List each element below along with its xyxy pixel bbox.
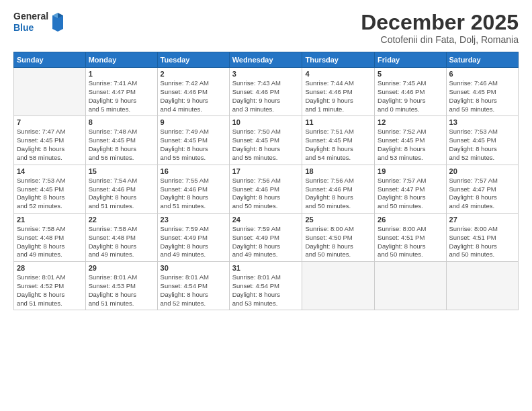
day-number: 23: [161, 216, 226, 224]
calendar-cell: 29Sunrise: 8:01 AMSunset: 4:53 PMDayligh…: [85, 262, 157, 310]
day-number: 30: [161, 264, 226, 272]
day-info: Sunrise: 7:58 AMSunset: 4:48 PMDaylight:…: [89, 225, 154, 259]
calendar-cell: [14, 68, 86, 116]
day-info: Sunrise: 7:41 AMSunset: 4:47 PMDaylight:…: [89, 79, 154, 113]
logo-general: General: [13, 11, 48, 22]
calendar-cell: [375, 262, 446, 310]
day-info: Sunrise: 7:44 AMSunset: 4:46 PMDaylight:…: [305, 79, 371, 113]
day-number: 5: [378, 70, 443, 78]
calendar-header-saturday: Saturday: [446, 52, 518, 68]
calendar-header-thursday: Thursday: [302, 52, 375, 68]
page: General Blue December 2025 Cotofenii din…: [0, 0, 532, 411]
calendar-week-row: 7Sunrise: 7:47 AMSunset: 4:45 PMDaylight…: [14, 116, 519, 165]
calendar-cell: 24Sunrise: 7:59 AMSunset: 4:49 PMDayligh…: [229, 213, 302, 261]
logo-text: General Blue: [13, 11, 48, 34]
logo: General Blue: [13, 11, 66, 34]
day-info: Sunrise: 7:53 AMSunset: 4:45 PMDaylight:…: [17, 177, 83, 211]
day-number: 8: [89, 118, 154, 126]
day-number: 21: [17, 216, 83, 224]
calendar-week-row: 21Sunrise: 7:58 AMSunset: 4:48 PMDayligh…: [14, 213, 519, 261]
day-info: Sunrise: 7:46 AMSunset: 4:45 PMDaylight:…: [449, 79, 515, 113]
day-number: 14: [17, 167, 83, 175]
day-number: 3: [232, 70, 300, 78]
calendar-cell: 9Sunrise: 7:49 AMSunset: 4:45 PMDaylight…: [157, 116, 229, 165]
calendar-cell: 2Sunrise: 7:42 AMSunset: 4:46 PMDaylight…: [157, 68, 229, 116]
calendar-header-tuesday: Tuesday: [157, 52, 229, 68]
calendar-cell: 22Sunrise: 7:58 AMSunset: 4:48 PMDayligh…: [85, 213, 157, 261]
day-number: 4: [305, 70, 371, 78]
logo-icon: [50, 13, 66, 32]
day-info: Sunrise: 7:50 AMSunset: 4:45 PMDaylight:…: [232, 128, 300, 162]
calendar-header-friday: Friday: [375, 52, 446, 68]
calendar-cell: 5Sunrise: 7:45 AMSunset: 4:46 PMDaylight…: [375, 68, 446, 116]
calendar-header-sunday: Sunday: [14, 52, 86, 68]
day-info: Sunrise: 7:59 AMSunset: 4:49 PMDaylight:…: [161, 225, 226, 259]
day-number: 1: [89, 70, 154, 78]
day-info: Sunrise: 7:43 AMSunset: 4:46 PMDaylight:…: [232, 79, 300, 113]
calendar-cell: 8Sunrise: 7:48 AMSunset: 4:45 PMDaylight…: [85, 116, 157, 165]
calendar-cell: 15Sunrise: 7:54 AMSunset: 4:46 PMDayligh…: [85, 165, 157, 213]
calendar-cell: 7Sunrise: 7:47 AMSunset: 4:45 PMDaylight…: [14, 116, 86, 165]
calendar-cell: 14Sunrise: 7:53 AMSunset: 4:45 PMDayligh…: [14, 165, 86, 213]
day-number: 31: [232, 264, 300, 272]
day-number: 7: [17, 118, 83, 126]
day-info: Sunrise: 7:47 AMSunset: 4:45 PMDaylight:…: [17, 128, 83, 162]
calendar-cell: 11Sunrise: 7:51 AMSunset: 4:45 PMDayligh…: [302, 116, 375, 165]
calendar-header-row: SundayMondayTuesdayWednesdayThursdayFrid…: [14, 52, 519, 68]
day-info: Sunrise: 7:53 AMSunset: 4:45 PMDaylight:…: [449, 128, 515, 162]
day-info: Sunrise: 7:57 AMSunset: 4:47 PMDaylight:…: [378, 177, 443, 211]
day-info: Sunrise: 7:56 AMSunset: 4:46 PMDaylight:…: [232, 177, 300, 211]
day-number: 24: [232, 216, 300, 224]
calendar-week-row: 28Sunrise: 8:01 AMSunset: 4:52 PMDayligh…: [14, 262, 519, 310]
day-info: Sunrise: 7:59 AMSunset: 4:49 PMDaylight:…: [232, 225, 300, 259]
day-number: 17: [232, 167, 300, 175]
day-info: Sunrise: 8:01 AMSunset: 4:54 PMDaylight:…: [161, 273, 226, 308]
calendar-cell: 21Sunrise: 7:58 AMSunset: 4:48 PMDayligh…: [14, 213, 86, 261]
day-number: 16: [161, 167, 226, 175]
day-info: Sunrise: 8:00 AMSunset: 4:51 PMDaylight:…: [378, 225, 443, 259]
calendar-cell: 25Sunrise: 8:00 AMSunset: 4:50 PMDayligh…: [302, 213, 375, 261]
calendar-cell: 10Sunrise: 7:50 AMSunset: 4:45 PMDayligh…: [229, 116, 302, 165]
day-info: Sunrise: 7:57 AMSunset: 4:47 PMDaylight:…: [449, 177, 515, 211]
day-number: 25: [305, 216, 371, 224]
calendar-cell: 31Sunrise: 8:01 AMSunset: 4:54 PMDayligh…: [229, 262, 302, 310]
day-info: Sunrise: 7:45 AMSunset: 4:46 PMDaylight:…: [378, 79, 443, 113]
day-number: 28: [17, 264, 83, 272]
calendar-cell: 4Sunrise: 7:44 AMSunset: 4:46 PMDaylight…: [302, 68, 375, 116]
calendar-cell: 1Sunrise: 7:41 AMSunset: 4:47 PMDaylight…: [85, 68, 157, 116]
header: General Blue December 2025 Cotofenii din…: [13, 11, 519, 45]
calendar-cell: 28Sunrise: 8:01 AMSunset: 4:52 PMDayligh…: [14, 262, 86, 310]
calendar-cell: 23Sunrise: 7:59 AMSunset: 4:49 PMDayligh…: [157, 213, 229, 261]
day-info: Sunrise: 7:55 AMSunset: 4:46 PMDaylight:…: [161, 177, 226, 211]
calendar-header-wednesday: Wednesday: [229, 52, 302, 68]
day-info: Sunrise: 8:01 AMSunset: 4:54 PMDaylight:…: [232, 273, 300, 308]
calendar-cell: [446, 262, 518, 310]
calendar-cell: 26Sunrise: 8:00 AMSunset: 4:51 PMDayligh…: [375, 213, 446, 261]
calendar-table: SundayMondayTuesdayWednesdayThursdayFrid…: [13, 52, 519, 310]
title-block: December 2025 Cotofenii din Fata, Dolj, …: [361, 11, 519, 45]
day-info: Sunrise: 7:56 AMSunset: 4:46 PMDaylight:…: [305, 177, 371, 211]
day-number: 18: [305, 167, 371, 175]
day-number: 20: [449, 167, 515, 175]
day-number: 10: [232, 118, 300, 126]
calendar-cell: 27Sunrise: 8:00 AMSunset: 4:51 PMDayligh…: [446, 213, 518, 261]
calendar-week-row: 14Sunrise: 7:53 AMSunset: 4:45 PMDayligh…: [14, 165, 519, 213]
calendar-cell: 17Sunrise: 7:56 AMSunset: 4:46 PMDayligh…: [229, 165, 302, 213]
day-number: 6: [449, 70, 515, 78]
day-info: Sunrise: 8:00 AMSunset: 4:51 PMDaylight:…: [449, 225, 515, 259]
subtitle: Cotofenii din Fata, Dolj, Romania: [361, 34, 519, 45]
month-title: December 2025: [361, 11, 519, 34]
day-info: Sunrise: 7:54 AMSunset: 4:46 PMDaylight:…: [89, 177, 154, 211]
day-number: 2: [161, 70, 226, 78]
day-info: Sunrise: 8:01 AMSunset: 4:52 PMDaylight:…: [17, 273, 83, 308]
calendar-cell: 6Sunrise: 7:46 AMSunset: 4:45 PMDaylight…: [446, 68, 518, 116]
day-info: Sunrise: 8:00 AMSunset: 4:50 PMDaylight:…: [305, 225, 371, 259]
day-number: 22: [89, 216, 154, 224]
day-info: Sunrise: 7:52 AMSunset: 4:45 PMDaylight:…: [378, 128, 443, 162]
day-info: Sunrise: 7:51 AMSunset: 4:45 PMDaylight:…: [305, 128, 371, 162]
calendar-cell: 16Sunrise: 7:55 AMSunset: 4:46 PMDayligh…: [157, 165, 229, 213]
day-info: Sunrise: 7:49 AMSunset: 4:45 PMDaylight:…: [161, 128, 226, 162]
day-number: 15: [89, 167, 154, 175]
day-info: Sunrise: 7:48 AMSunset: 4:45 PMDaylight:…: [89, 128, 154, 162]
day-number: 11: [305, 118, 371, 126]
